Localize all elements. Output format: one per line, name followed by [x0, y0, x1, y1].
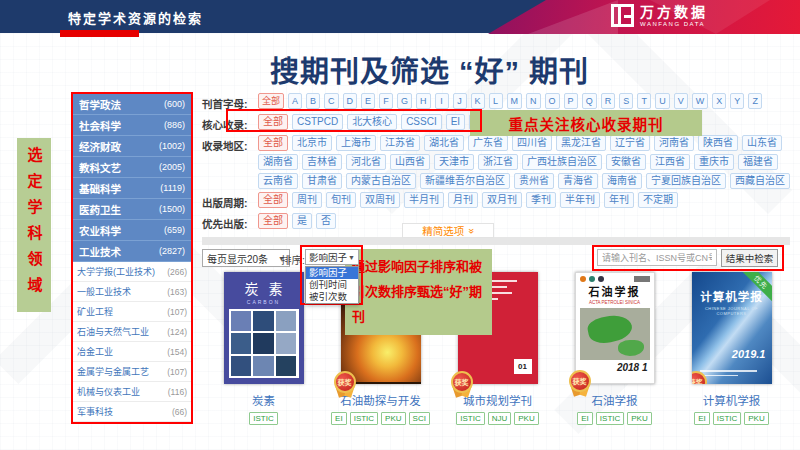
- sidebar-subcategory[interactable]: 矿业工程(107): [73, 302, 191, 322]
- sidebar-category[interactable]: 社会科学(886): [73, 115, 191, 136]
- filter-chip[interactable]: 辽宁省: [610, 135, 650, 151]
- filter-chip[interactable]: 不定期: [638, 192, 678, 208]
- filter-chip-selected[interactable]: 全部: [258, 114, 288, 130]
- journal-title-link[interactable]: 计算机学报: [703, 392, 761, 408]
- filter-chip[interactable]: 内蒙古自治区: [346, 173, 416, 189]
- sidebar-subcategory[interactable]: 一般工业技术(163): [73, 282, 191, 302]
- filter-chip[interactable]: I: [435, 93, 449, 109]
- filter-chip[interactable]: A: [288, 93, 302, 109]
- filter-chip[interactable]: 北大核心: [347, 114, 397, 130]
- filter-chip[interactable]: 河南省: [654, 135, 694, 151]
- journal-title-link[interactable]: 石油勘探与开发: [340, 392, 421, 408]
- journal-title-link[interactable]: 炭素: [252, 392, 275, 408]
- sort-option[interactable]: 被引次数: [306, 291, 358, 303]
- filter-chip[interactable]: 旬刊: [326, 192, 356, 208]
- filter-chip[interactable]: 湖北省: [424, 135, 464, 151]
- sidebar-category[interactable]: 哲学政法(600): [73, 94, 191, 115]
- filter-chip[interactable]: 江西省: [650, 154, 690, 170]
- filter-chip-selected[interactable]: 全部: [258, 135, 288, 151]
- filter-chip[interactable]: B: [306, 93, 320, 109]
- filter-chip[interactable]: 月刊: [448, 192, 478, 208]
- filter-chip[interactable]: 浙江省: [478, 154, 518, 170]
- filter-chip[interactable]: 是: [292, 213, 312, 229]
- filter-chip[interactable]: 季刊: [526, 192, 556, 208]
- filter-chip[interactable]: X: [712, 93, 726, 109]
- sidebar-subcategory[interactable]: 军事科技(66): [73, 402, 191, 422]
- filter-chip[interactable]: 山西省: [390, 154, 430, 170]
- filter-chip[interactable]: 广东省: [468, 135, 508, 151]
- filter-chip[interactable]: 青海省: [558, 173, 598, 189]
- filter-chip[interactable]: Y: [730, 93, 744, 109]
- filter-chip[interactable]: 新疆维吾尔自治区: [420, 173, 510, 189]
- sidebar-category[interactable]: 医药卫生(1500): [73, 199, 191, 220]
- sidebar-subcategory[interactable]: 冶金工业(154): [73, 342, 191, 362]
- filter-chip-selected[interactable]: 全部: [258, 192, 288, 208]
- sidebar-subcategory[interactable]: 机械与仪表工业(116): [73, 382, 191, 402]
- filter-chip[interactable]: S: [619, 93, 633, 109]
- filter-chip[interactable]: K: [471, 93, 485, 109]
- sidebar-category[interactable]: 工业技术(2827): [73, 241, 191, 262]
- journal-cover-tansu[interactable]: 炭素 CARBON: [224, 272, 304, 384]
- journal-title-link[interactable]: 城市规划学刊: [463, 392, 532, 408]
- sort-option[interactable]: 影响因子: [306, 267, 358, 279]
- sort-option[interactable]: 创刊时间: [306, 279, 358, 291]
- filter-chip[interactable]: 宁夏回族自治区: [646, 173, 726, 189]
- filter-chip[interactable]: 重庆市: [694, 154, 734, 170]
- filter-chip[interactable]: 上海市: [336, 135, 376, 151]
- filter-chip[interactable]: 甘肃省: [302, 173, 342, 189]
- filter-chip[interactable]: U: [655, 93, 670, 109]
- filter-chip[interactable]: N: [526, 93, 541, 109]
- filter-chip[interactable]: Q: [582, 93, 597, 109]
- filter-chip[interactable]: 北京市: [292, 135, 332, 151]
- page-size-select[interactable]: 每页显示20条 ▼: [202, 249, 290, 267]
- filter-chip[interactable]: 贵州省: [514, 173, 554, 189]
- sidebar-category[interactable]: 教科文艺(2005): [73, 157, 191, 178]
- filter-chip[interactable]: V: [674, 93, 688, 109]
- filter-chip[interactable]: R: [601, 93, 616, 109]
- filter-chip[interactable]: 天津市: [434, 154, 474, 170]
- filter-chip[interactable]: 安徽省: [606, 154, 646, 170]
- filter-chip[interactable]: 湖南省: [258, 154, 298, 170]
- filter-chip[interactable]: J: [453, 93, 467, 109]
- filter-chip[interactable]: C: [324, 93, 339, 109]
- filter-chip[interactable]: 福建省: [738, 154, 778, 170]
- search-input[interactable]: [597, 249, 717, 266]
- filter-chip[interactable]: 半月刊: [404, 192, 444, 208]
- filter-chip[interactable]: G: [397, 93, 412, 109]
- filter-chip[interactable]: H: [416, 93, 431, 109]
- filter-chip[interactable]: CSTPCD: [292, 114, 343, 130]
- collapse-options-tab[interactable]: 精简选项 »: [402, 223, 494, 238]
- filter-chip[interactable]: 江苏省: [380, 135, 420, 151]
- filter-chip[interactable]: 年刊: [604, 192, 634, 208]
- filter-chip[interactable]: EI: [446, 114, 465, 130]
- filter-chip[interactable]: 周刊: [292, 192, 322, 208]
- filter-chip[interactable]: 半年刊: [560, 192, 600, 208]
- filter-chip[interactable]: T: [637, 93, 651, 109]
- filter-chip[interactable]: 海南省: [602, 173, 642, 189]
- filter-chip[interactable]: 否: [316, 213, 336, 229]
- search-in-results-button[interactable]: 结果中检索: [721, 249, 778, 267]
- sidebar-subcategory[interactable]: 大学学报(工业技术)(266): [73, 262, 191, 282]
- sidebar-subcategory[interactable]: 石油与天然气工业(124): [73, 322, 191, 342]
- filter-chip[interactable]: 云南省: [258, 173, 298, 189]
- filter-chip[interactable]: P: [564, 93, 578, 109]
- filter-chip[interactable]: CSSCI: [401, 114, 442, 130]
- filter-chip[interactable]: 吉林省: [302, 154, 342, 170]
- filter-chip[interactable]: 河北省: [346, 154, 386, 170]
- filter-chip[interactable]: 山东省: [742, 135, 782, 151]
- filter-chip[interactable]: 西藏自治区: [730, 173, 790, 189]
- wanfang-logo[interactable]: 万方数据 WANFANG DATA: [611, 4, 708, 27]
- filter-chip-selected[interactable]: 全部: [258, 213, 288, 229]
- filter-chip[interactable]: 黑龙江省: [556, 135, 606, 151]
- sidebar-subcategory[interactable]: 金属学与金属工艺(107): [73, 362, 191, 382]
- journal-title-link[interactable]: 石油学报: [592, 392, 638, 408]
- journal-cover-acta-petrolei[interactable]: 石油学报 ACTA PETROLEI SINICA 2018 1 获奖: [575, 272, 655, 384]
- filter-chip[interactable]: Z: [748, 93, 762, 109]
- filter-chip[interactable]: 双月刊: [482, 192, 522, 208]
- filter-chip[interactable]: 四川省: [512, 135, 552, 151]
- journal-cover-chinese-journal-of-computers[interactable]: 优先 计算机学报 CHINESE JOURNAL OF COMPUTERS 20…: [692, 272, 772, 384]
- filter-chip[interactable]: F: [379, 93, 393, 109]
- sidebar-category[interactable]: 经济财政(1002): [73, 136, 191, 157]
- filter-chip[interactable]: D: [343, 93, 358, 109]
- sidebar-category[interactable]: 基础科学(1119): [73, 178, 191, 199]
